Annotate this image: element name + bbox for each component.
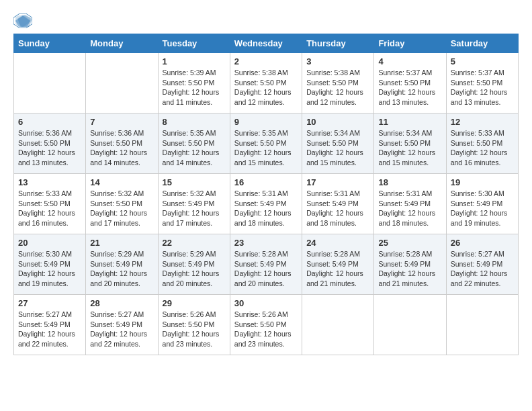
calendar-cell: 16Sunrise: 5:31 AMSunset: 5:49 PMDayligh…: [230, 174, 302, 234]
calendar-cell: 20Sunrise: 5:30 AMSunset: 5:49 PMDayligh…: [14, 234, 86, 295]
day-number: 5: [451, 56, 514, 66]
cell-info: Sunrise: 5:27 AMSunset: 5:49 PMDaylight:…: [90, 310, 153, 349]
cell-info: Sunrise: 5:38 AMSunset: 5:50 PMDaylight:…: [234, 68, 298, 107]
day-header-tuesday: Tuesday: [158, 34, 230, 53]
cell-info: Sunrise: 5:38 AMSunset: 5:50 PMDaylight:…: [306, 68, 369, 107]
calendar-cell: 24Sunrise: 5:28 AMSunset: 5:49 PMDayligh…: [302, 234, 374, 295]
calendar-cell: 8Sunrise: 5:35 AMSunset: 5:50 PMDaylight…: [158, 113, 230, 174]
cell-info: Sunrise: 5:35 AMSunset: 5:50 PMDaylight:…: [163, 128, 226, 168]
day-number: 29: [163, 298, 226, 308]
cell-info: Sunrise: 5:35 AMSunset: 5:50 PMDaylight:…: [234, 128, 298, 168]
cell-info: Sunrise: 5:31 AMSunset: 5:49 PMDaylight:…: [234, 189, 298, 228]
day-number: 10: [306, 117, 369, 127]
calendar-cell: 2Sunrise: 5:38 AMSunset: 5:50 PMDaylight…: [230, 53, 302, 113]
calendar-cell: 7Sunrise: 5:36 AMSunset: 5:50 PMDaylight…: [86, 113, 158, 174]
day-header-monday: Monday: [86, 34, 158, 53]
calendar-table: SundayMondayTuesdayWednesdayThursdayFrid…: [13, 34, 519, 355]
day-number: 26: [451, 238, 514, 248]
calendar-cell: 12Sunrise: 5:33 AMSunset: 5:50 PMDayligh…: [446, 113, 518, 174]
cell-info: Sunrise: 5:34 AMSunset: 5:50 PMDaylight:…: [306, 128, 369, 168]
calendar-cell: 1Sunrise: 5:39 AMSunset: 5:50 PMDaylight…: [158, 53, 230, 113]
calendar-cell: 11Sunrise: 5:34 AMSunset: 5:50 PMDayligh…: [374, 113, 446, 174]
cell-info: Sunrise: 5:36 AMSunset: 5:50 PMDaylight:…: [90, 128, 153, 168]
day-header-sunday: Sunday: [14, 34, 86, 53]
day-number: 7: [90, 117, 153, 127]
calendar-cell: 6Sunrise: 5:36 AMSunset: 5:50 PMDaylight…: [14, 113, 86, 174]
day-number: 20: [18, 238, 81, 248]
day-number: 11: [378, 117, 441, 127]
day-number: 28: [90, 298, 153, 308]
cell-info: Sunrise: 5:28 AMSunset: 5:49 PMDaylight:…: [378, 249, 441, 289]
cell-info: Sunrise: 5:28 AMSunset: 5:49 PMDaylight:…: [234, 249, 298, 289]
cell-info: Sunrise: 5:32 AMSunset: 5:49 PMDaylight:…: [163, 189, 226, 228]
calendar-cell: 17Sunrise: 5:31 AMSunset: 5:49 PMDayligh…: [302, 174, 374, 234]
day-number: 14: [90, 177, 153, 187]
day-number: 23: [234, 238, 298, 248]
day-header-thursday: Thursday: [302, 34, 374, 53]
calendar-cell: [14, 53, 86, 113]
calendar-cell: 14Sunrise: 5:32 AMSunset: 5:50 PMDayligh…: [86, 174, 158, 234]
day-number: 4: [378, 56, 441, 66]
cell-info: Sunrise: 5:37 AMSunset: 5:50 PMDaylight:…: [451, 68, 514, 107]
day-number: 1: [163, 56, 226, 66]
calendar-cell: 22Sunrise: 5:29 AMSunset: 5:49 PMDayligh…: [158, 234, 230, 295]
cell-info: Sunrise: 5:29 AMSunset: 5:49 PMDaylight:…: [90, 249, 153, 289]
calendar-cell: [86, 53, 158, 113]
cell-info: Sunrise: 5:33 AMSunset: 5:50 PMDaylight:…: [18, 189, 81, 228]
day-number: 27: [18, 298, 81, 308]
cell-info: Sunrise: 5:30 AMSunset: 5:49 PMDaylight:…: [18, 249, 81, 289]
calendar-cell: 13Sunrise: 5:33 AMSunset: 5:50 PMDayligh…: [14, 174, 86, 234]
calendar-cell: [374, 295, 446, 355]
calendar-cell: 23Sunrise: 5:28 AMSunset: 5:49 PMDayligh…: [230, 234, 302, 295]
cell-info: Sunrise: 5:26 AMSunset: 5:50 PMDaylight:…: [234, 310, 298, 349]
cell-info: Sunrise: 5:27 AMSunset: 5:49 PMDaylight:…: [451, 249, 514, 289]
calendar-cell: 5Sunrise: 5:37 AMSunset: 5:50 PMDaylight…: [446, 53, 518, 113]
cell-info: Sunrise: 5:34 AMSunset: 5:50 PMDaylight:…: [378, 128, 441, 168]
day-number: 22: [163, 238, 226, 248]
day-header-wednesday: Wednesday: [230, 34, 302, 53]
day-number: 19: [451, 177, 514, 187]
calendar-cell: 10Sunrise: 5:34 AMSunset: 5:50 PMDayligh…: [302, 113, 374, 174]
day-number: 15: [163, 177, 226, 187]
cell-info: Sunrise: 5:37 AMSunset: 5:50 PMDaylight:…: [378, 68, 441, 107]
cell-info: Sunrise: 5:27 AMSunset: 5:49 PMDaylight:…: [18, 310, 81, 349]
calendar-cell: 3Sunrise: 5:38 AMSunset: 5:50 PMDaylight…: [302, 53, 374, 113]
cell-info: Sunrise: 5:39 AMSunset: 5:50 PMDaylight:…: [163, 68, 226, 107]
calendar-cell: [446, 295, 518, 355]
day-number: 9: [234, 117, 298, 127]
cell-info: Sunrise: 5:26 AMSunset: 5:50 PMDaylight:…: [163, 310, 226, 349]
calendar-cell: [302, 295, 374, 355]
calendar-cell: 18Sunrise: 5:31 AMSunset: 5:49 PMDayligh…: [374, 174, 446, 234]
cell-info: Sunrise: 5:30 AMSunset: 5:49 PMDaylight:…: [451, 189, 514, 228]
calendar-cell: 25Sunrise: 5:28 AMSunset: 5:49 PMDayligh…: [374, 234, 446, 295]
cell-info: Sunrise: 5:31 AMSunset: 5:49 PMDaylight:…: [378, 189, 441, 228]
calendar-cell: 28Sunrise: 5:27 AMSunset: 5:49 PMDayligh…: [86, 295, 158, 355]
day-number: 25: [378, 238, 441, 248]
calendar-cell: 29Sunrise: 5:26 AMSunset: 5:50 PMDayligh…: [158, 295, 230, 355]
calendar-cell: 30Sunrise: 5:26 AMSunset: 5:50 PMDayligh…: [230, 295, 302, 355]
day-number: 30: [234, 298, 298, 308]
calendar-cell: 9Sunrise: 5:35 AMSunset: 5:50 PMDaylight…: [230, 113, 302, 174]
calendar-cell: 27Sunrise: 5:27 AMSunset: 5:49 PMDayligh…: [14, 295, 86, 355]
calendar-cell: 19Sunrise: 5:30 AMSunset: 5:49 PMDayligh…: [446, 174, 518, 234]
day-number: 17: [306, 177, 369, 187]
cell-info: Sunrise: 5:28 AMSunset: 5:49 PMDaylight:…: [306, 249, 369, 289]
calendar-cell: 21Sunrise: 5:29 AMSunset: 5:49 PMDayligh…: [86, 234, 158, 295]
logo: [13, 13, 35, 28]
day-number: 18: [378, 177, 441, 187]
generalblue-icon: [13, 13, 32, 28]
cell-info: Sunrise: 5:31 AMSunset: 5:49 PMDaylight:…: [306, 189, 369, 228]
calendar-cell: 15Sunrise: 5:32 AMSunset: 5:49 PMDayligh…: [158, 174, 230, 234]
day-number: 8: [163, 117, 226, 127]
calendar-cell: 26Sunrise: 5:27 AMSunset: 5:49 PMDayligh…: [446, 234, 518, 295]
calendar-cell: 4Sunrise: 5:37 AMSunset: 5:50 PMDaylight…: [374, 53, 446, 113]
day-number: 13: [18, 177, 81, 187]
day-number: 2: [234, 56, 298, 66]
day-number: 24: [306, 238, 369, 248]
day-number: 3: [306, 56, 369, 66]
cell-info: Sunrise: 5:36 AMSunset: 5:50 PMDaylight:…: [18, 128, 81, 168]
day-header-saturday: Saturday: [446, 34, 518, 53]
day-number: 21: [90, 238, 153, 248]
cell-info: Sunrise: 5:29 AMSunset: 5:49 PMDaylight:…: [163, 249, 226, 289]
day-header-friday: Friday: [374, 34, 446, 53]
